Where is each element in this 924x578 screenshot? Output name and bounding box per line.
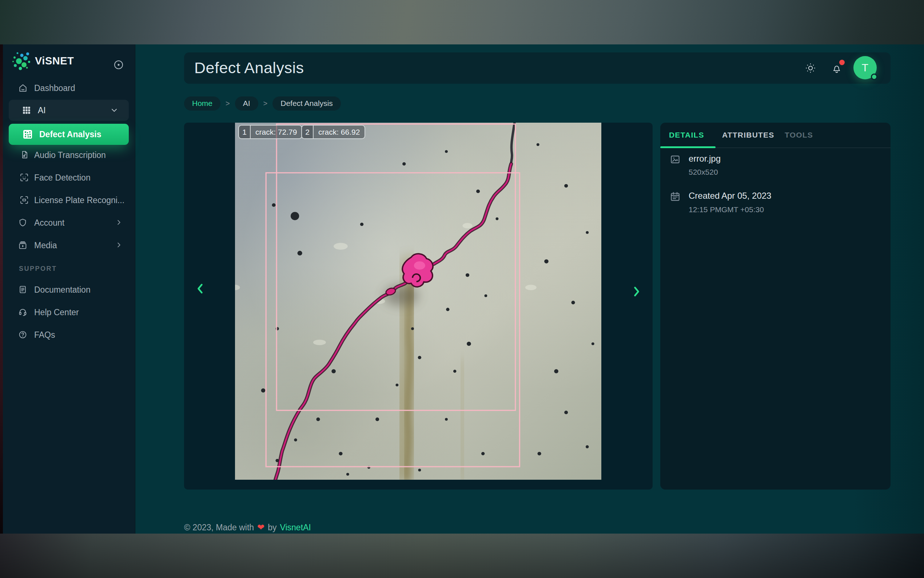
chevron-down-icon <box>110 106 118 115</box>
headset-icon <box>18 308 28 317</box>
sidebar-item-label: Dashboard <box>34 83 75 93</box>
sidebar-item-documentation[interactable]: Documentation <box>3 280 135 299</box>
detection-label-2[interactable]: 2 crack: 66.92 <box>301 125 365 139</box>
breadcrumb-ai[interactable]: AI <box>235 96 258 110</box>
footer-brand-link[interactable]: VisnetAI <box>280 523 311 533</box>
backdrop-left-strip <box>0 44 3 534</box>
breadcrumb-separator: > <box>264 99 268 108</box>
avatar-initial: T <box>862 62 868 74</box>
file-dimensions: 520x520 <box>689 168 718 177</box>
sidebar-item-faqs[interactable]: FAQs <box>3 325 135 344</box>
sidebar-item-label: Defect Analysis <box>39 130 101 140</box>
sidebar-item-account[interactable]: Account <box>3 213 135 232</box>
sidebar-item-media[interactable]: Media <box>3 236 135 255</box>
sidebar-item-defect-analysis[interactable]: Defect Analysis <box>9 124 129 145</box>
avatar[interactable]: T <box>853 56 877 80</box>
sidebar-item-label: Face Detection <box>34 173 91 183</box>
analyzed-image[interactable]: 1 crack: 72.79 2 crack: 66.92 <box>235 123 601 480</box>
tab-attributes[interactable]: ATTRIBUTES <box>722 131 774 140</box>
previous-image-button[interactable] <box>192 281 208 297</box>
details-panel-tabs: DETAILS ATTRIBUTES TOOLS <box>660 123 890 148</box>
footer: © 2023, Made with ❤ by VisnetAI <box>184 521 311 534</box>
sidebar-group-ai[interactable]: AI <box>9 100 129 121</box>
chevron-right-icon <box>115 241 123 249</box>
sidebar-item-label: Audio Transcription <box>34 150 106 160</box>
defect-pattern-icon <box>23 129 33 140</box>
brand-row: ViSNET <box>3 52 135 71</box>
shield-icon <box>18 218 28 227</box>
detection-number: 1 <box>239 125 251 138</box>
question-circle-icon <box>18 330 28 339</box>
footer-copyright: © 2023, Made with <box>184 523 254 533</box>
backdrop-top-band <box>0 0 924 44</box>
sidebar-item-label: FAQs <box>34 330 55 340</box>
sidebar-item-label: AI <box>38 106 46 115</box>
chevron-right-icon <box>115 218 123 226</box>
sidebar-collapse-icon[interactable] <box>112 58 125 71</box>
footer-by: by <box>268 523 277 533</box>
sidebar-item-audio-transcription[interactable]: Audio Transcription <box>3 146 135 164</box>
sidebar-item-label: License Plate Recogni... <box>34 195 125 205</box>
breadcrumb-separator: > <box>225 99 230 108</box>
created-date: Apr 05, 2023 <box>722 191 771 201</box>
breadcrumb: Home > AI > Defect Analysis <box>184 96 341 110</box>
detection-number: 2 <box>302 125 314 138</box>
page-title: Defect Analysis <box>194 59 304 77</box>
created-timezone: GMT +05:30 <box>722 205 764 214</box>
image-file-icon <box>670 154 681 165</box>
sidebar-item-label: Help Center <box>34 308 79 317</box>
media-icon <box>18 240 28 250</box>
license-plate-icon <box>19 195 29 205</box>
support-section-label: SUPPORT <box>19 265 57 273</box>
home-icon <box>18 83 28 93</box>
grid-icon <box>22 106 31 115</box>
sidebar-item-dashboard[interactable]: Dashboard <box>3 79 135 97</box>
brightness-icon[interactable] <box>804 62 817 75</box>
defect-overlay-graphic <box>235 123 601 480</box>
notifications-bell-icon[interactable] <box>830 62 843 75</box>
face-detection-icon <box>19 173 29 182</box>
brand-name: ViSNET <box>35 55 74 67</box>
detection-label-1[interactable]: 1 crack: 72.79 <box>238 125 302 139</box>
audio-file-icon <box>20 150 30 160</box>
detection-text: crack: 72.79 <box>251 125 302 138</box>
breadcrumb-current[interactable]: Defect Analysis <box>272 96 341 110</box>
details-panel: DETAILS ATTRIBUTES TOOLS error.jpg 520x5… <box>660 123 890 490</box>
breadcrumb-home[interactable]: Home <box>184 96 220 110</box>
next-image-button[interactable] <box>629 284 645 300</box>
sidebar-item-license-plate[interactable]: License Plate Recogni... <box>3 191 135 209</box>
sidebar-item-face-detection[interactable]: Face Detection <box>3 168 135 187</box>
created-time: 12:15 PM <box>689 205 722 214</box>
sidebar-item-label: Media <box>34 240 57 250</box>
notification-badge <box>839 60 845 65</box>
online-status-dot <box>871 73 877 80</box>
heart-icon: ❤ <box>257 522 264 533</box>
sidebar: ViSNET Dashboard <box>3 44 135 534</box>
sidebar-item-label: Account <box>34 218 65 228</box>
calendar-icon <box>670 191 681 202</box>
backdrop-bottom-band <box>0 534 924 578</box>
active-tab-underline <box>660 146 715 148</box>
created-label: Created <box>689 191 720 201</box>
app-window: ViSNET Dashboard <box>0 0 924 578</box>
sidebar-item-label: Documentation <box>34 285 91 295</box>
sidebar-item-help-center[interactable]: Help Center <box>3 303 135 322</box>
document-icon <box>18 285 28 294</box>
brand-logo-icon <box>11 50 34 73</box>
tab-tools[interactable]: TOOLS <box>785 131 813 140</box>
image-viewer-card: 1 crack: 72.79 2 crack: 66.92 <box>184 123 653 490</box>
file-name: error.jpg <box>689 154 721 164</box>
detection-text: crack: 66.92 <box>314 125 364 138</box>
page-header: Defect Analysis T <box>184 52 890 84</box>
tab-details[interactable]: DETAILS <box>669 131 704 140</box>
